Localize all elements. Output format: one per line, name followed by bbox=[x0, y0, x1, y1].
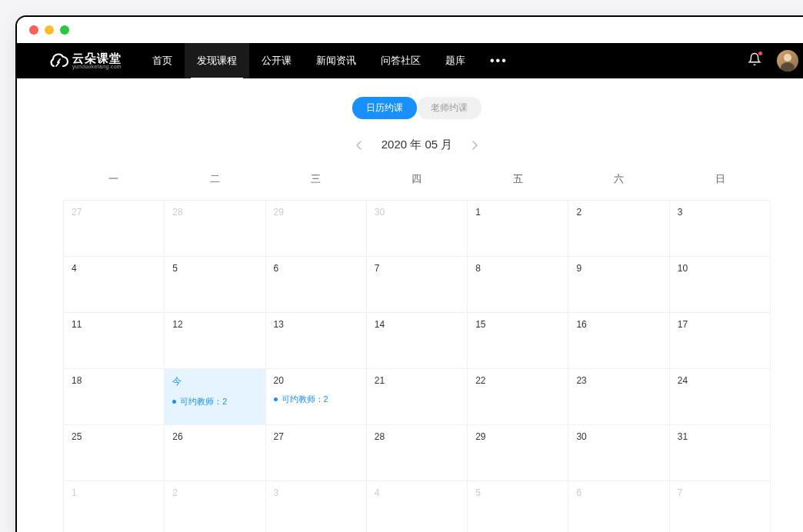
day-cell[interactable]: 7 bbox=[367, 257, 468, 313]
nav-item[interactable]: 首页 bbox=[140, 43, 185, 78]
day-number: 31 bbox=[678, 431, 762, 442]
day-number: 27 bbox=[72, 207, 156, 218]
tab-calendar-booking[interactable]: 日历约课 bbox=[352, 97, 417, 119]
day-cell[interactable]: 12 bbox=[165, 313, 265, 369]
day-number: 3 bbox=[274, 487, 358, 498]
day-cell[interactable]: 1 bbox=[468, 201, 568, 257]
window-close-button[interactable] bbox=[29, 25, 38, 35]
day-cell[interactable]: 31 bbox=[670, 425, 771, 481]
main-content: 日历约课 老师约课 2020 年 05 月 一二三四五六日 2728293012… bbox=[17, 78, 803, 532]
day-cell[interactable]: 20可约教师：2 bbox=[266, 369, 367, 425]
available-teachers-badge[interactable]: 可约教师：2 bbox=[172, 396, 257, 407]
day-number: 1 bbox=[475, 207, 560, 218]
day-cell[interactable]: 14 bbox=[367, 313, 468, 369]
day-number: 2 bbox=[172, 487, 257, 498]
day-cell[interactable]: 22 bbox=[468, 369, 568, 425]
day-cell[interactable]: 3 bbox=[266, 481, 367, 532]
nav-item[interactable]: 新闻资讯 bbox=[304, 43, 368, 78]
day-number: 5 bbox=[475, 487, 560, 498]
weekday-label: 六 bbox=[568, 168, 669, 191]
day-cell[interactable]: 6 bbox=[568, 481, 669, 532]
day-number: 17 bbox=[678, 319, 762, 330]
day-number: 24 bbox=[678, 375, 762, 386]
day-cell[interactable]: 23 bbox=[568, 369, 669, 425]
day-number: 15 bbox=[475, 319, 560, 330]
day-cell[interactable]: 5 bbox=[165, 257, 265, 313]
day-cell[interactable]: 13 bbox=[266, 313, 367, 369]
weekday-header: 一二三四五六日 bbox=[63, 168, 771, 191]
weekday-label: 四 bbox=[366, 168, 467, 191]
day-cell[interactable]: 25 bbox=[64, 425, 165, 481]
event-text: 可约教师：2 bbox=[282, 394, 328, 405]
day-cell[interactable]: 29 bbox=[266, 201, 367, 257]
day-cell[interactable]: 1 bbox=[64, 481, 165, 532]
day-number: 6 bbox=[576, 487, 661, 498]
next-month-button[interactable] bbox=[468, 138, 481, 152]
calendar: 一二三四五六日 27282930123456789101112131415161… bbox=[63, 168, 771, 532]
brand-logo[interactable]: 云朵课堂 yunduoketang.com bbox=[48, 52, 122, 69]
day-cell[interactable]: 16 bbox=[568, 313, 669, 369]
available-teachers-badge[interactable]: 可约教师：2 bbox=[274, 394, 358, 405]
main-header: 云朵课堂 yunduoketang.com 首页发现课程公开课新闻资讯问答社区题… bbox=[17, 43, 803, 78]
nav-item[interactable]: 发现课程 bbox=[185, 43, 249, 78]
day-cell[interactable]: 17 bbox=[670, 313, 771, 369]
day-number: 4 bbox=[72, 263, 156, 274]
main-nav: 首页发现课程公开课新闻资讯问答社区题库••• bbox=[140, 43, 520, 78]
notification-dot-icon bbox=[758, 52, 762, 55]
user-avatar[interactable] bbox=[777, 50, 798, 71]
day-cell[interactable]: 27 bbox=[64, 201, 165, 257]
day-cell[interactable]: 5 bbox=[468, 481, 568, 532]
day-number: 30 bbox=[576, 431, 661, 442]
day-cell[interactable]: 4 bbox=[64, 257, 165, 313]
day-cell[interactable]: 21 bbox=[367, 369, 468, 425]
day-number: 14 bbox=[375, 319, 459, 330]
tab-teacher-booking[interactable]: 老师约课 bbox=[417, 97, 481, 119]
nav-item[interactable]: 问答社区 bbox=[368, 43, 433, 78]
day-number: 18 bbox=[72, 375, 156, 386]
event-text: 可约教师：2 bbox=[180, 396, 227, 407]
day-cell[interactable]: 7 bbox=[670, 481, 771, 532]
prev-month-button[interactable] bbox=[352, 138, 366, 152]
day-number: 10 bbox=[678, 263, 762, 274]
day-number: 28 bbox=[375, 431, 459, 442]
window-maximize-button[interactable] bbox=[60, 25, 69, 35]
day-cell[interactable]: 24 bbox=[670, 369, 771, 425]
day-cell[interactable]: 29 bbox=[468, 425, 568, 481]
day-number: 29 bbox=[475, 431, 560, 442]
day-cell[interactable]: 26 bbox=[165, 425, 265, 481]
day-cell[interactable]: 28 bbox=[165, 201, 265, 257]
day-number: 29 bbox=[274, 207, 358, 218]
day-cell[interactable]: 10 bbox=[670, 257, 771, 313]
day-cell[interactable]: 9 bbox=[568, 257, 669, 313]
day-cell[interactable]: 2 bbox=[165, 481, 265, 532]
day-cell[interactable]: 27 bbox=[266, 425, 367, 481]
day-cell[interactable]: 15 bbox=[468, 313, 568, 369]
day-cell[interactable]: 18 bbox=[64, 369, 165, 425]
day-cell[interactable]: 30 bbox=[568, 425, 669, 481]
weekday-label: 五 bbox=[468, 168, 568, 191]
nav-more-button[interactable]: ••• bbox=[478, 43, 520, 78]
day-number: 8 bbox=[475, 263, 560, 274]
day-cell[interactable]: 4 bbox=[367, 481, 468, 532]
day-number: 13 bbox=[274, 319, 358, 330]
notifications-button[interactable] bbox=[748, 52, 761, 69]
app-window: 云朵课堂 yunduoketang.com 首页发现课程公开课新闻资讯问答社区题… bbox=[15, 15, 803, 532]
window-minimize-button[interactable] bbox=[45, 25, 54, 35]
nav-item[interactable]: 题库 bbox=[433, 43, 478, 78]
weekday-label: 二 bbox=[164, 168, 265, 191]
day-number: 12 bbox=[172, 319, 257, 330]
day-cell[interactable]: 6 bbox=[266, 257, 367, 313]
day-cell[interactable]: 11 bbox=[64, 313, 165, 369]
days-grid: 27282930123456789101112131415161718今可约教师… bbox=[63, 200, 771, 532]
day-cell[interactable]: 28 bbox=[367, 425, 468, 481]
nav-item[interactable]: 公开课 bbox=[249, 43, 304, 78]
day-number: 4 bbox=[375, 487, 459, 498]
day-cell[interactable]: 3 bbox=[670, 201, 771, 257]
day-cell[interactable]: 8 bbox=[468, 257, 568, 313]
day-cell[interactable]: 30 bbox=[367, 201, 468, 257]
header-actions bbox=[748, 50, 798, 71]
day-cell[interactable]: 2 bbox=[568, 201, 669, 257]
day-number: 16 bbox=[576, 319, 661, 330]
day-number: 1 bbox=[72, 487, 156, 498]
day-cell[interactable]: 今可约教师：2 bbox=[165, 369, 265, 425]
